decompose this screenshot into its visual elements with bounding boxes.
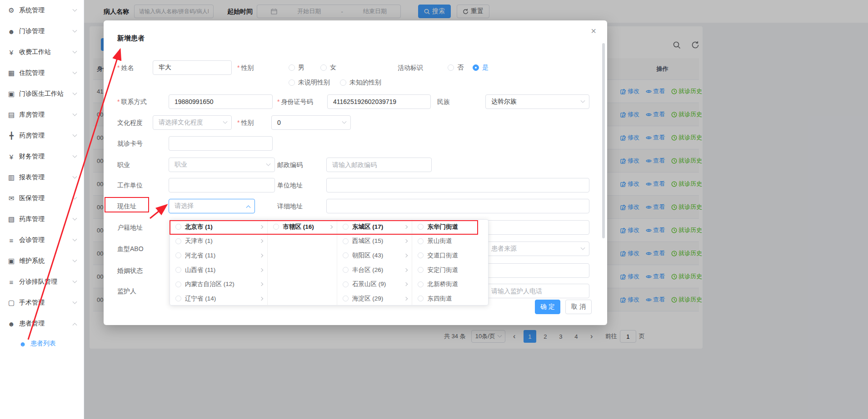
name-input[interactable]	[153, 60, 232, 75]
chevron-down-icon	[223, 119, 228, 123]
chevron-down-icon	[581, 98, 585, 103]
chevron-down-icon	[73, 132, 77, 137]
contact-label: *联系方式	[117, 94, 146, 109]
sidebar-item-label: 药库管理	[19, 215, 73, 223]
chevron-right-icon	[259, 239, 263, 243]
sidebar-item[interactable]: ▧ 药库管理	[0, 209, 84, 230]
cascader-option[interactable]: 北京市 (1)	[170, 220, 267, 234]
sidebar-item[interactable]: ≡ 分诊排队管理	[0, 271, 84, 292]
radio-icon	[343, 224, 349, 230]
modal-scrollbar[interactable]	[602, 43, 605, 238]
gear-icon: ⚙	[7, 6, 16, 15]
sidebar-item[interactable]: ▥ 报表管理	[0, 167, 84, 188]
sidebar-menu: ⚙ 系统管理 ☻ 门诊管理 ¥ 收费工作站 ▦ 住院管理 ▣	[0, 0, 84, 334]
chevron-down-icon	[73, 195, 77, 199]
confirm-button[interactable]: 确 定	[535, 300, 560, 314]
cascader-option[interactable]: 辽宁省 (14)	[170, 291, 267, 305]
add-patient-modal: 新增患者 × *姓名 *性别 男 女 活动标识 否 是 未说明性别 未知的性别 …	[104, 20, 607, 325]
unit-address-input[interactable]	[326, 178, 589, 192]
sidebar-item[interactable]: ✉ 医保管理	[0, 188, 84, 209]
detail-address-input[interactable]	[326, 199, 589, 213]
chevron-down-icon	[73, 90, 77, 95]
sidebar-item[interactable]: ╋ 药房管理	[0, 125, 84, 146]
cascader-option[interactable]: 丰台区 (26)	[337, 263, 412, 277]
yen-icon: ¥	[7, 153, 16, 161]
card-no-input[interactable]	[169, 136, 273, 151]
cascader-option[interactable]: 石景山区 (9)	[337, 277, 412, 291]
cascader-option[interactable]: 东四街道	[412, 291, 488, 305]
sidebar-item[interactable]: ☻ 患者管理	[0, 313, 84, 334]
chevron-right-icon	[404, 297, 408, 301]
chevron-down-icon	[73, 323, 77, 327]
radio-icon	[343, 252, 349, 258]
education-label: 文化程度	[117, 115, 143, 130]
radio-icon	[175, 281, 181, 287]
education-select[interactable]: 请选择文化程度	[153, 115, 232, 130]
marital-status-label: 婚姻状态	[117, 263, 143, 278]
cascader-option[interactable]: 西城区 (15)	[337, 234, 412, 249]
sidebar-item[interactable]: ≡ 会诊管理	[0, 230, 84, 251]
sidebar-item[interactable]: ¥ 收费工作站	[0, 42, 84, 63]
postcode-input[interactable]	[326, 158, 432, 172]
sidebar-item-label: 收费工作站	[19, 48, 73, 56]
chevron-right-icon	[404, 282, 408, 286]
sidebar-item[interactable]: ▤ 库房管理	[0, 104, 84, 125]
sidebar-item[interactable]: ▣ 维护系统	[0, 251, 84, 271]
sidebar-item[interactable]: ¥ 财务管理	[0, 146, 84, 167]
gender-code-select[interactable]: 0	[271, 115, 351, 130]
address-cascader-panel: 北京市 (1) 天津市 (1) 河北省 (11) 山西省 (11)	[170, 219, 489, 306]
cascader-option[interactable]: 朝阳区 (43)	[337, 248, 412, 263]
cascader-option[interactable]: 景山街道	[412, 234, 488, 249]
sidebar-item-patient-list[interactable]: ☻ 患者列表	[0, 334, 84, 353]
cascader-option[interactable]: 河北省 (11)	[170, 248, 267, 263]
cancel-button[interactable]: 取 消	[565, 300, 592, 314]
patient-source-select[interactable]: 患者来源	[485, 242, 589, 256]
modal-title: 新增患者	[117, 34, 145, 43]
chevron-down-icon	[73, 69, 77, 74]
chevron-right-icon	[259, 254, 263, 257]
registered-address-label: 户籍地址	[117, 220, 143, 235]
sidebar-item[interactable]: ▦ 住院管理	[0, 63, 84, 84]
cascader-option[interactable]: 天津市 (1)	[170, 234, 267, 249]
active-flag-radio-yes[interactable]: 是	[473, 60, 489, 75]
active-flag-label: 活动标识	[398, 60, 423, 75]
cascader-option[interactable]: 安定门街道	[412, 263, 488, 277]
chevron-right-icon	[329, 225, 333, 229]
current-address-cascader-select[interactable]: 请选择	[169, 199, 255, 213]
radio-icon	[343, 296, 349, 301]
cascader-option[interactable]: 东华门街道	[412, 220, 488, 234]
sidebar-item[interactable]: ▣ 门诊医生工作站	[0, 84, 84, 104]
cascader-option[interactable]: 东城区 (17)	[337, 220, 412, 234]
gender-radio-unknown[interactable]: 未知的性别	[340, 75, 381, 90]
occupation-select[interactable]: 职业	[169, 158, 275, 172]
cascader-option[interactable]: 市辖区 (16)	[268, 220, 337, 234]
postcode-label: 邮政编码	[277, 158, 303, 172]
cascader-option[interactable]: 交道口街道	[412, 248, 488, 263]
radio-checked-icon	[473, 64, 479, 71]
chevron-down-icon	[73, 299, 77, 304]
cascader-option[interactable]: 海淀区 (29)	[337, 291, 412, 305]
registered-address-input[interactable]	[485, 220, 589, 235]
close-icon[interactable]: ×	[591, 26, 596, 36]
cascader-option[interactable]: 北新桥街道	[412, 277, 488, 291]
marital-status-input[interactable]	[485, 263, 589, 278]
gender-radio-unstated[interactable]: 未说明性别	[289, 75, 330, 90]
guardian-phone-input[interactable]	[485, 284, 589, 298]
cascader-option[interactable]: 山西省 (11)	[170, 263, 267, 277]
sidebar-item[interactable]: ▢ 手术管理	[0, 292, 84, 313]
sidebar-item-label: 药房管理	[19, 132, 73, 140]
contact-input[interactable]	[169, 94, 273, 109]
id-number-input[interactable]	[327, 94, 431, 109]
gender-radio-male[interactable]: 男	[289, 60, 304, 75]
cascader-option[interactable]: 内蒙古自治区 (12)	[170, 277, 267, 291]
sidebar-item[interactable]: ☻ 门诊管理	[0, 21, 84, 42]
person-icon: ☻	[18, 340, 27, 348]
gender-radio-female[interactable]: 女	[320, 60, 336, 75]
chevron-right-icon	[404, 239, 408, 243]
sidebar-item[interactable]: ⚙ 系统管理	[0, 0, 84, 21]
work-unit-input[interactable]	[169, 178, 275, 192]
radio-icon	[418, 267, 424, 273]
active-flag-radio-no[interactable]: 否	[448, 60, 464, 75]
nation-select[interactable]: 达斡尔族	[485, 94, 589, 109]
square-icon: ▢	[7, 299, 16, 307]
